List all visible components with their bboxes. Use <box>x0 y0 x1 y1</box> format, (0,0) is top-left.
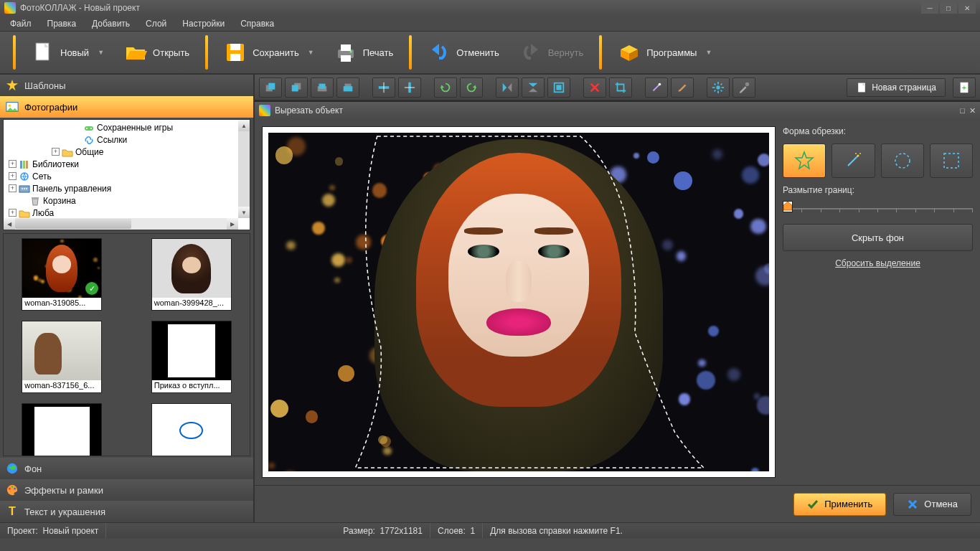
svg-point-55 <box>659 83 661 85</box>
menu-add[interactable]: Добавить <box>85 17 137 30</box>
svg-rect-18 <box>23 161 25 169</box>
menu-file[interactable]: Файл <box>3 17 39 30</box>
status-size: 1772x1181 <box>380 526 423 536</box>
tree-item[interactable]: +Библиотеки <box>5 158 237 170</box>
layer-up-icon[interactable] <box>311 77 334 98</box>
close-button[interactable]: ✕ <box>958 2 976 14</box>
menu-layer[interactable]: Слой <box>138 17 174 30</box>
tree-item[interactable]: Корзина <box>5 194 237 207</box>
accordion-text[interactable]: T Текст и украшения <box>0 501 253 522</box>
menu-settings[interactable]: Настройки <box>175 17 232 30</box>
print-icon <box>334 41 357 64</box>
apply-button[interactable]: Применить <box>793 493 886 516</box>
accordion-background[interactable]: Фон <box>0 458 253 479</box>
shape-wand-button[interactable] <box>831 143 875 178</box>
thumbnail-grid: ✓woman-319085...woman-3999428_...woman-8… <box>3 233 250 456</box>
print-button[interactable]: Печать <box>326 38 402 67</box>
delete-icon[interactable] <box>583 77 606 98</box>
redo-button[interactable]: Вернуть <box>511 38 593 67</box>
open-button[interactable]: Открыть <box>116 38 198 67</box>
folder-tree[interactable]: Сохраненные игрыСсылки+Общие+Библиотеки+… <box>3 119 250 230</box>
tree-item[interactable]: +Люба <box>5 207 237 218</box>
accordion-templates[interactable]: Шаблоны <box>0 75 253 96</box>
tree-hscroll[interactable]: ◀▶ <box>4 218 238 230</box>
svg-line-62 <box>721 90 722 91</box>
new-button[interactable]: Новый▼ <box>23 38 113 67</box>
thumbnail[interactable]: woman-837156_6... <box>22 321 102 393</box>
align-h-icon[interactable] <box>372 77 395 98</box>
reset-selection-link[interactable]: Сбросить выделение <box>783 258 973 268</box>
thumbnail[interactable] <box>151 403 232 456</box>
accordion-photos[interactable]: Фотографии <box>0 96 253 118</box>
svg-marker-70 <box>796 152 813 169</box>
add-page-icon[interactable]: + <box>953 77 976 98</box>
new-page-button[interactable]: Новая страница <box>847 78 946 97</box>
svg-line-71 <box>848 156 858 166</box>
svg-text:+: + <box>962 83 966 91</box>
shape-freeform-button[interactable] <box>783 143 826 178</box>
send-back-icon[interactable] <box>285 77 308 98</box>
star-icon <box>6 79 19 92</box>
menu-edit[interactable]: Правка <box>40 17 84 30</box>
bring-front-icon[interactable] <box>259 77 282 98</box>
minimize-button[interactable]: ─ <box>921 2 938 14</box>
accordion-effects[interactable]: Эффекты и рамки <box>0 479 253 501</box>
menu-help[interactable]: Справка <box>233 17 281 30</box>
svg-point-74 <box>855 153 857 154</box>
eyedropper-icon[interactable] <box>732 77 755 98</box>
palette-icon <box>6 484 19 496</box>
thumbnail[interactable]: Приказ о вступл... <box>151 321 232 393</box>
svg-point-16 <box>90 128 92 129</box>
align-v-icon[interactable] <box>398 77 421 98</box>
dialog-close-icon[interactable]: ✕ <box>969 106 976 116</box>
svg-point-15 <box>86 128 88 129</box>
dialog-footer: Применить Отмена <box>255 485 980 522</box>
shape-rect-button[interactable] <box>930 143 973 178</box>
cancel-button[interactable]: Отмена <box>893 493 971 516</box>
svg-rect-7 <box>341 55 351 62</box>
cut-object-dialog: Вырезать объект □ ✕ Форма обрезки: <box>255 100 980 522</box>
tree-item[interactable]: Сохраненные игры <box>5 121 237 133</box>
icon-toolbar: Новая страница + <box>255 75 980 100</box>
image-canvas[interactable] <box>262 126 776 478</box>
thumbnail[interactable] <box>22 403 102 456</box>
magic-icon[interactable] <box>645 77 668 98</box>
status-layers: 1 <box>471 526 476 536</box>
svg-rect-51 <box>556 85 561 90</box>
tree-item[interactable]: +Общие <box>5 146 237 158</box>
dialog-titlebar[interactable]: Вырезать объект □ ✕ <box>255 102 980 119</box>
thumbnail[interactable]: woman-3999428_... <box>151 238 232 311</box>
gear-icon[interactable] <box>707 77 730 98</box>
dialog-maximize-icon[interactable]: □ <box>960 106 965 116</box>
crop-icon[interactable] <box>609 77 632 98</box>
status-help: Для вызова справки нажмите F1. <box>490 526 623 536</box>
programs-button[interactable]: Программы▼ <box>609 38 720 67</box>
slider-thumb-icon[interactable] <box>783 201 793 212</box>
rotate-right-icon[interactable] <box>460 77 483 98</box>
shape-ellipse-button[interactable] <box>881 143 924 178</box>
open-icon <box>124 41 147 64</box>
brush-icon[interactable] <box>671 77 694 98</box>
maximize-button[interactable]: □ <box>940 2 957 14</box>
tree-item[interactable]: +Сеть <box>5 170 237 182</box>
thumbnail[interactable]: ✓woman-319085... <box>22 238 102 311</box>
fit-icon[interactable] <box>547 77 570 98</box>
rotate-left-icon[interactable] <box>434 77 457 98</box>
flip-h-icon[interactable] <box>496 77 519 98</box>
svg-rect-39 <box>344 86 353 91</box>
toolbar-separator <box>13 35 16 70</box>
tree-item[interactable]: +Панель управления <box>5 182 237 194</box>
layer-down-icon[interactable] <box>336 77 359 98</box>
svg-point-29 <box>11 486 14 488</box>
tree-item[interactable]: Ссылки <box>5 133 237 146</box>
svg-rect-33 <box>268 83 275 89</box>
left-panel: Шаблоны Фотографии Сохраненные игрыСсылк… <box>0 75 255 522</box>
flip-v-icon[interactable] <box>522 77 545 98</box>
undo-button[interactable]: Отменить <box>419 38 507 67</box>
save-button[interactable]: Сохранить▼ <box>215 38 323 67</box>
tree-vscroll[interactable]: ▲▼ <box>238 120 250 218</box>
new-icon <box>32 41 55 64</box>
svg-point-65 <box>745 82 749 85</box>
blur-slider[interactable] <box>783 199 973 217</box>
hide-background-button[interactable]: Скрыть фон <box>783 224 973 251</box>
